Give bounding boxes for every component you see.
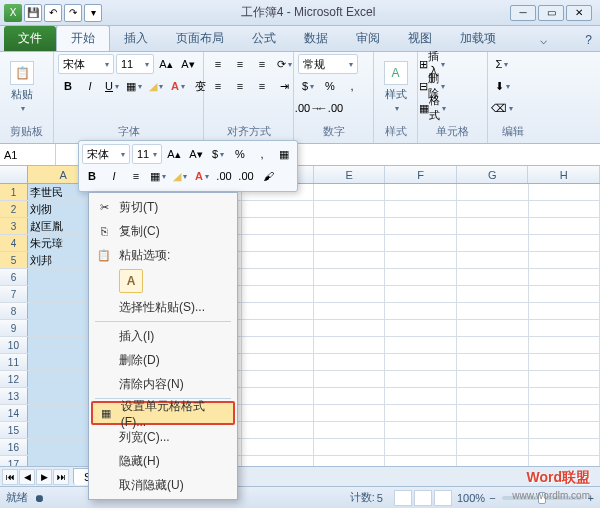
view-normal-icon[interactable] bbox=[394, 490, 412, 506]
cell[interactable] bbox=[385, 388, 457, 404]
cell[interactable] bbox=[457, 354, 529, 370]
cell[interactable] bbox=[242, 371, 314, 387]
cell[interactable] bbox=[242, 201, 314, 217]
row-header[interactable]: 15 bbox=[0, 422, 28, 438]
cell[interactable] bbox=[242, 320, 314, 336]
tab-formulas[interactable]: 公式 bbox=[238, 26, 290, 51]
cell[interactable] bbox=[529, 201, 600, 217]
font-name-select[interactable]: 宋体▾ bbox=[58, 54, 114, 74]
cell[interactable] bbox=[385, 235, 457, 251]
row-header[interactable]: 4 bbox=[0, 235, 28, 251]
cell[interactable] bbox=[529, 286, 600, 302]
cell[interactable] bbox=[457, 320, 529, 336]
paste-option-values[interactable]: A bbox=[119, 269, 143, 293]
fill-color-button[interactable]: ◢▾ bbox=[146, 76, 166, 96]
mini-bold-icon[interactable]: B bbox=[82, 166, 102, 186]
tab-data[interactable]: 数据 bbox=[290, 26, 342, 51]
row-header[interactable]: 14 bbox=[0, 405, 28, 421]
mini-comma-icon[interactable]: , bbox=[252, 144, 272, 164]
sheet-nav-last[interactable]: ⏭ bbox=[53, 469, 69, 485]
percent-icon[interactable]: % bbox=[320, 76, 340, 96]
paste-button[interactable]: 📋 粘贴 ▾ bbox=[4, 54, 40, 120]
col-header-E[interactable]: E bbox=[314, 166, 386, 183]
align-bottom-icon[interactable]: ≡ bbox=[252, 54, 272, 74]
ctx-clear[interactable]: 清除内容(N) bbox=[91, 372, 235, 396]
cell[interactable] bbox=[242, 218, 314, 234]
excel-icon[interactable]: X bbox=[4, 4, 22, 22]
ctx-unhide[interactable]: 取消隐藏(U) bbox=[91, 473, 235, 497]
help-icon[interactable]: ? bbox=[577, 29, 600, 51]
row-header[interactable]: 9 bbox=[0, 320, 28, 336]
ctx-paste-special[interactable]: 选择性粘贴(S)... bbox=[91, 295, 235, 319]
row-header[interactable]: 17 bbox=[0, 456, 28, 466]
cells-format-button[interactable]: ▦格式▾ bbox=[422, 98, 442, 118]
cell[interactable] bbox=[314, 422, 386, 438]
ctx-hide[interactable]: 隐藏(H) bbox=[91, 449, 235, 473]
mini-size-select[interactable]: 11▾ bbox=[132, 144, 162, 164]
underline-button[interactable]: U▾ bbox=[102, 76, 122, 96]
cell[interactable] bbox=[314, 269, 386, 285]
row-header[interactable]: 5 bbox=[0, 252, 28, 268]
bold-button[interactable]: B bbox=[58, 76, 78, 96]
mini-align-icon[interactable]: ≡ bbox=[126, 166, 146, 186]
cell[interactable] bbox=[457, 439, 529, 455]
cell[interactable] bbox=[242, 337, 314, 353]
row-header[interactable]: 12 bbox=[0, 371, 28, 387]
tab-insert[interactable]: 插入 bbox=[110, 26, 162, 51]
cell[interactable] bbox=[242, 422, 314, 438]
cell[interactable] bbox=[314, 218, 386, 234]
view-layout-icon[interactable] bbox=[414, 490, 432, 506]
number-format-select[interactable]: 常规▾ bbox=[298, 54, 358, 74]
autosum-icon[interactable]: Σ▾ bbox=[492, 54, 512, 74]
cell[interactable] bbox=[385, 405, 457, 421]
row-header[interactable]: 1 bbox=[0, 184, 28, 200]
cell[interactable] bbox=[529, 388, 600, 404]
select-all-corner[interactable] bbox=[0, 166, 28, 183]
minimize-button[interactable]: ─ bbox=[510, 5, 536, 21]
cell[interactable] bbox=[242, 269, 314, 285]
ribbon-minimize-icon[interactable]: ⌵ bbox=[532, 29, 555, 51]
tab-view[interactable]: 视图 bbox=[394, 26, 446, 51]
qat-redo-icon[interactable]: ↷ bbox=[64, 4, 82, 22]
cell[interactable] bbox=[314, 354, 386, 370]
cell[interactable] bbox=[385, 218, 457, 234]
mini-italic-icon[interactable]: I bbox=[104, 166, 124, 186]
cell[interactable] bbox=[457, 337, 529, 353]
mini-font-select[interactable]: 宋体▾ bbox=[82, 144, 130, 164]
cell[interactable] bbox=[529, 371, 600, 387]
row-header[interactable]: 11 bbox=[0, 354, 28, 370]
row-header[interactable]: 2 bbox=[0, 201, 28, 217]
currency-icon[interactable]: $▾ bbox=[298, 76, 318, 96]
cell[interactable] bbox=[385, 422, 457, 438]
mini-fill-icon[interactable]: ◢▾ bbox=[170, 166, 190, 186]
font-size-select[interactable]: 11▾ bbox=[116, 54, 154, 74]
row-header[interactable]: 13 bbox=[0, 388, 28, 404]
col-header-G[interactable]: G bbox=[457, 166, 529, 183]
cell[interactable] bbox=[385, 252, 457, 268]
cell[interactable] bbox=[457, 269, 529, 285]
cell[interactable] bbox=[457, 201, 529, 217]
mini-shrink-font-icon[interactable]: A▾ bbox=[186, 144, 206, 164]
ctx-cut[interactable]: ✂剪切(T) bbox=[91, 195, 235, 219]
cell[interactable] bbox=[314, 456, 386, 466]
cell[interactable] bbox=[457, 388, 529, 404]
align-middle-icon[interactable]: ≡ bbox=[230, 54, 250, 74]
ctx-insert[interactable]: 插入(I) bbox=[91, 324, 235, 348]
styles-button[interactable]: A 样式 ▾ bbox=[378, 54, 413, 120]
ctx-column-width[interactable]: 列宽(C)... bbox=[91, 425, 235, 449]
cell[interactable] bbox=[314, 252, 386, 268]
tab-addins[interactable]: 加载项 bbox=[446, 26, 510, 51]
comma-icon[interactable]: , bbox=[342, 76, 362, 96]
cell[interactable] bbox=[314, 320, 386, 336]
row-header[interactable]: 7 bbox=[0, 286, 28, 302]
col-header-H[interactable]: H bbox=[528, 166, 600, 183]
ctx-delete[interactable]: 删除(D) bbox=[91, 348, 235, 372]
cell[interactable] bbox=[529, 354, 600, 370]
cell[interactable] bbox=[314, 337, 386, 353]
cell[interactable] bbox=[242, 303, 314, 319]
decrease-decimal-icon[interactable]: ←.00 bbox=[320, 98, 340, 118]
align-left-icon[interactable]: ≡ bbox=[208, 76, 228, 96]
cell[interactable] bbox=[529, 252, 600, 268]
sheet-nav-first[interactable]: ⏮ bbox=[2, 469, 18, 485]
cell[interactable] bbox=[385, 269, 457, 285]
